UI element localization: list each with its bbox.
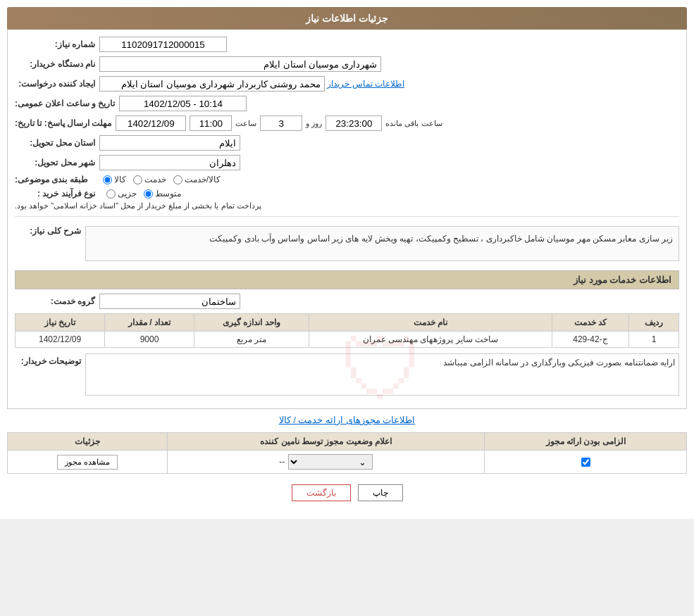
need-number-input[interactable] — [99, 37, 227, 52]
time-label: ساعت — [235, 119, 256, 128]
page-wrapper: جزئیات اطلاعات نیاز شماره نیاز: نام دستگ… — [0, 0, 694, 519]
province-input[interactable] — [99, 135, 240, 151]
col-service-code: کد خدمت — [552, 314, 628, 332]
process-juzyi[interactable]: جزیی — [106, 189, 137, 199]
category-label: طبقه بندی موضوعی: — [15, 175, 92, 184]
need-number-row: شماره نیاز: — [15, 37, 679, 52]
radio-kala[interactable] — [103, 175, 112, 184]
watermark-shield: 🛡 — [340, 321, 425, 418]
status-value: -- — [279, 457, 285, 467]
status-select[interactable]: ⌄ — [288, 454, 373, 470]
service-group-row: گروه خدمت: — [15, 294, 679, 309]
col-row: ردیف — [629, 314, 679, 332]
permits-cell-status: ⌄ -- — [168, 451, 485, 474]
permits-col-status: اعلام وضعیت مجوز توسط نامین کننده — [168, 433, 485, 451]
category-khidmat[interactable]: خدمت — [133, 175, 166, 184]
col-unit: واحد اندازه گیری — [194, 314, 309, 332]
buyer-notes-label: توضیحات خریدار: — [15, 353, 85, 366]
cell-date: 1402/12/09 — [16, 332, 105, 348]
print-button[interactable]: چاپ — [358, 484, 403, 501]
category-kala[interactable]: کالا — [103, 175, 126, 184]
buyer-org-input[interactable] — [99, 56, 381, 72]
permits-col-required: الزامی بودن ارائه مجوز — [485, 433, 687, 451]
description-section: زیر سازی معابر مسکن مهر موسیان شامل خاکب… — [15, 222, 679, 265]
announce-date-input[interactable] — [119, 96, 247, 111]
response-days-input[interactable] — [260, 115, 302, 131]
process-type-row: متوسط جزیی نوع فرآیند خرید : پرداخت تمام… — [15, 189, 679, 210]
announce-date-row: تاریخ و ساعت اعلان عمومی: — [15, 96, 679, 111]
buyer-notes-section: ارایه ضمانتنامه بصورت فیزیکی وبارگذاری د… — [15, 353, 679, 396]
buyer-org-row: نام دستگاه خریدار: — [15, 56, 679, 72]
buyer-notes-text: ارایه ضمانتنامه بصورت فیزیکی وبارگذاری د… — [443, 358, 675, 367]
province-row: استان محل تحویل: — [15, 135, 679, 151]
response-deadline-row: ساعت باقی مانده روز و ساعت مهلت ارسال پا… — [15, 115, 679, 131]
header-title: جزئیات اطلاعات نیاز — [306, 13, 388, 24]
radio-mutawaset[interactable] — [144, 189, 153, 199]
required-checkbox[interactable] — [581, 458, 590, 467]
radio-kala-khidmat[interactable] — [173, 175, 182, 184]
province-label: استان محل تحویل: — [15, 138, 99, 148]
cell-service-code: ج-42-429 — [552, 332, 628, 348]
description-label: شرح کلی نیاز: — [15, 222, 85, 236]
permits-cell-details: مشاهده مجوز — [8, 451, 168, 474]
buyer-notes-box: ارایه ضمانتنامه بصورت فیزیکی وبارگذاری د… — [85, 353, 679, 396]
radio-khidmat[interactable] — [133, 175, 142, 184]
service-group-input[interactable] — [99, 294, 240, 309]
process-note: پرداخت تمام یا بخشی از مبلغ خریدار از مح… — [15, 201, 261, 210]
response-deadline-label: مهلت ارسال پاسخ: تا تاریخ: — [15, 118, 116, 128]
permits-col-details: جزئیات — [8, 433, 168, 451]
category-kala-khidmat[interactable]: کالا/خدمت — [173, 175, 221, 184]
contact-info-link[interactable]: اطلاعات تماس خریدار — [327, 79, 404, 89]
col-date: تاریخ نیاز — [16, 314, 105, 332]
buyer-org-label: نام دستگاه خریدار: — [15, 59, 99, 69]
remaining-time-input[interactable] — [326, 115, 382, 131]
process-label: نوع فرآیند خرید : — [15, 189, 99, 199]
remaining-label: روز و — [306, 119, 322, 128]
cell-unit: متر مربع — [194, 332, 309, 348]
cell-row: 1 — [629, 332, 679, 348]
description-text: زیر سازی معابر مسکن مهر موسیان شامل خاکب… — [209, 234, 673, 244]
city-label: شهر محل تحویل: — [15, 158, 99, 168]
need-number-label: شماره نیاز: — [15, 39, 99, 49]
category-row: کالا/خدمت خدمت کالا طبقه بندی موضوعی: — [15, 175, 679, 184]
permits-cell-required — [485, 451, 687, 474]
remaining-label2: ساعت باقی مانده — [385, 119, 442, 128]
requester-label: ایجاد کننده درخواست: — [15, 79, 99, 89]
city-row: شهر محل تحویل: — [15, 155, 679, 170]
service-group-label: گروه خدمت: — [15, 296, 99, 306]
response-time-input[interactable] — [190, 115, 232, 131]
permits-table: الزامی بودن ارائه مجوز اعلام وضعیت مجوز … — [7, 432, 687, 474]
description-box: زیر سازی معابر مسکن مهر موسیان شامل خاکب… — [85, 226, 679, 261]
requester-input[interactable] — [99, 76, 325, 92]
col-quantity: تعداد / مقدار — [105, 314, 194, 332]
city-input[interactable] — [99, 155, 240, 170]
permits-row: ⌄ -- مشاهده مجوز — [8, 451, 687, 474]
footer-buttons: چاپ بازگشت — [7, 484, 687, 512]
response-date-input[interactable] — [116, 115, 186, 131]
process-mutawaset[interactable]: متوسط — [144, 189, 181, 199]
requester-row: اطلاعات تماس خریدار ایجاد کننده درخواست: — [15, 76, 679, 92]
permits-section: الزامی بودن ارائه مجوز اعلام وضعیت مجوز … — [7, 432, 687, 474]
announce-date-label: تاریخ و ساعت اعلان عمومی: — [15, 99, 119, 108]
category-radio-group: کالا/خدمت خدمت کالا — [103, 175, 221, 184]
remaining-time-group: ساعت باقی مانده روز و ساعت — [116, 115, 442, 131]
radio-juzyi[interactable] — [106, 189, 116, 199]
main-section: شماره نیاز: نام دستگاه خریدار: اطلاعات ت… — [7, 30, 687, 409]
cell-quantity: 9000 — [105, 332, 194, 348]
service-info-header: اطلاعات خدمات مورد نیاز — [15, 270, 679, 289]
section-header: جزئیات اطلاعات نیاز — [7, 7, 687, 30]
view-permit-button[interactable]: مشاهده مجوز — [57, 455, 118, 470]
back-button[interactable]: بازگشت — [292, 484, 351, 501]
process-radio-group: متوسط جزیی — [106, 189, 181, 199]
